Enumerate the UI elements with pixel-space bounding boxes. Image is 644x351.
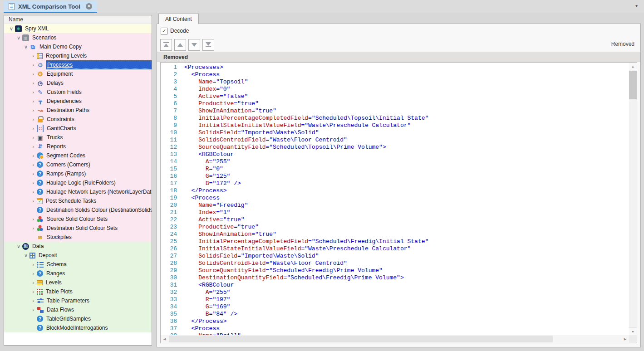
expander-collapsed-icon[interactable]: › xyxy=(29,269,37,278)
tree-row[interactable]: ∨Main Demo Copy xyxy=(4,42,152,51)
expander-collapsed-icon[interactable]: › xyxy=(29,133,37,142)
expander-collapsed-icon[interactable]: › xyxy=(29,142,37,151)
close-icon[interactable]: ✕ xyxy=(86,3,92,10)
expander-collapsed-icon[interactable]: › xyxy=(29,69,37,78)
tree-row[interactable]: Stockpiles xyxy=(4,233,152,242)
code-line: 29 SourceQuantityField="Scheduled\Freedi… xyxy=(161,267,629,274)
expander-expanded-icon[interactable]: ∨ xyxy=(22,42,29,51)
code-line: 10 SolidsField="Imported\Waste\Solid" xyxy=(161,129,629,136)
line-number: 2 xyxy=(161,71,184,78)
line-number: 21 xyxy=(161,209,184,216)
scroll-up-icon[interactable]: ▲ xyxy=(629,63,637,70)
tree-row[interactable]: ›Haulage Logic (RuleFolders) xyxy=(4,178,152,187)
tree-row-label: Post Schedule Tasks xyxy=(45,198,96,204)
tree-row[interactable]: BlockModelInterrogations xyxy=(4,323,152,332)
tree-row[interactable]: ›Constraints xyxy=(4,115,152,124)
expander-collapsed-icon[interactable]: › xyxy=(29,106,37,115)
tree-row[interactable]: ›Trucks xyxy=(4,133,152,142)
tree-row[interactable]: ›Dependencies xyxy=(4,97,152,106)
previous-difference-button[interactable] xyxy=(174,39,186,51)
expander-collapsed-icon[interactable]: › xyxy=(29,214,37,224)
expander-collapsed-icon[interactable]: › xyxy=(29,124,37,133)
tree-row[interactable]: ∨Data xyxy=(4,242,152,251)
document-tab[interactable]: XML Comparison Tool ✕ xyxy=(4,1,97,13)
line-number: 31 xyxy=(161,282,184,289)
expander-expanded-icon[interactable]: ∨ xyxy=(15,33,22,42)
document-tab-title: XML Comparison Tool xyxy=(18,3,80,10)
tree-row[interactable]: ›Haulage Network Layers (NetworkLayerDat… xyxy=(4,187,152,196)
tree-row[interactable]: ›Table Plots xyxy=(4,287,152,296)
expander-collapsed-icon[interactable]: › xyxy=(29,97,37,106)
line-number: 35 xyxy=(161,311,184,318)
scenarios-icon xyxy=(22,34,29,41)
scroll-right-icon[interactable]: ▶ xyxy=(621,335,629,343)
tree-row[interactable]: ›Ranges xyxy=(4,269,152,278)
xml-markup: ="Scheduled\Freedig\Prime Volume" xyxy=(265,267,382,274)
scroll-left-icon[interactable]: ◀ xyxy=(161,335,168,343)
tree-row-label: Equipment xyxy=(46,71,73,77)
decode-checkbox[interactable]: ✓ xyxy=(161,28,167,34)
tree-row[interactable]: ›Post Schedule Tasks xyxy=(4,196,152,205)
tree-row[interactable]: ∨Spry XML xyxy=(4,24,152,33)
expander-collapsed-icon[interactable]: › xyxy=(29,151,37,160)
question-icon xyxy=(37,180,43,186)
expander-collapsed-icon[interactable]: › xyxy=(29,296,37,305)
scroll-down-icon[interactable]: ▼ xyxy=(629,327,637,335)
next-difference-button[interactable] xyxy=(188,39,200,51)
expander-collapsed-icon[interactable]: › xyxy=(29,178,37,187)
expander-collapsed-icon[interactable]: › xyxy=(29,305,37,314)
chevron-down-icon[interactable]: ▾ xyxy=(635,3,638,8)
code-line: 1<Processes> xyxy=(161,64,629,71)
tree-row[interactable]: ›Custom Fields xyxy=(4,88,152,97)
expander-collapsed-icon[interactable]: › xyxy=(29,196,37,205)
code-line: 14 A="255" xyxy=(161,158,629,166)
vertical-scrollbar[interactable]: ▲ ▼ xyxy=(629,63,637,335)
line-number: 14 xyxy=(161,158,184,166)
tree-row[interactable]: ›Corners (Corners) xyxy=(4,160,152,169)
tree-row[interactable]: ›Reporting Levels xyxy=(4,51,152,60)
horizontal-scrollbar[interactable]: ◀ ▶ xyxy=(161,335,629,343)
tree-row[interactable]: ›Destination Solid Colour Sets xyxy=(4,224,152,233)
expander-collapsed-icon[interactable]: › xyxy=(29,51,37,60)
horizontal-scrollbar-thumb[interactable] xyxy=(169,336,553,342)
tree-row[interactable]: ›Equipment xyxy=(4,69,152,78)
expander-collapsed-icon[interactable]: › xyxy=(29,60,37,69)
tree-row-label: Haulage Logic (RuleFolders) xyxy=(46,180,116,186)
tree-column-header[interactable]: Name xyxy=(4,15,152,24)
go-to-last-button[interactable] xyxy=(202,39,214,51)
line-number: 26 xyxy=(161,245,184,253)
tree-row[interactable]: ›Schema xyxy=(4,260,152,269)
go-to-first-button[interactable] xyxy=(160,39,172,51)
expander-collapsed-icon[interactable]: › xyxy=(29,260,37,269)
expander-collapsed-icon[interactable]: › xyxy=(29,278,37,287)
tree-row[interactable]: ›Table Parameters xyxy=(4,296,152,305)
tree-row[interactable]: TableGridSamples xyxy=(4,314,152,323)
expander-collapsed-icon[interactable]: › xyxy=(29,287,37,296)
expander-collapsed-icon[interactable]: › xyxy=(29,78,37,88)
tree-row[interactable]: ›Processes xyxy=(4,60,152,69)
tree-row[interactable]: ›Ramps (Ramps) xyxy=(4,169,152,178)
tree-row[interactable]: ›Destination Paths xyxy=(4,106,152,115)
expander-expanded-icon[interactable]: ∨ xyxy=(15,242,22,251)
tree-row[interactable]: ›Data Flows xyxy=(4,305,152,314)
expander-collapsed-icon[interactable]: › xyxy=(29,187,37,196)
tree-row[interactable]: ›GanttCharts xyxy=(4,124,152,133)
tree-row[interactable]: ›Delays xyxy=(4,78,152,88)
expander-expanded-icon[interactable]: ∨ xyxy=(22,251,29,260)
expander-collapsed-icon[interactable]: › xyxy=(29,88,37,97)
expander-collapsed-icon[interactable]: › xyxy=(29,169,37,178)
tree-row-label: Data Flows xyxy=(46,307,74,313)
tab-all-content[interactable]: All Content xyxy=(158,14,199,24)
vertical-scrollbar-thumb[interactable] xyxy=(629,71,637,99)
tree-row[interactable]: ∨Deposit xyxy=(4,251,152,260)
expander-collapsed-icon[interactable]: › xyxy=(29,115,37,124)
tree-row[interactable]: ›Source Solid Colour Sets xyxy=(4,214,152,224)
tree-row[interactable]: Destination Solids Colour (DestinationSo… xyxy=(4,205,152,214)
expander-collapsed-icon[interactable]: › xyxy=(29,160,37,169)
tree-row[interactable]: ›Levels xyxy=(4,278,152,287)
expander-expanded-icon[interactable]: ∨ xyxy=(8,24,15,33)
tree-row[interactable]: ∨Scenarios xyxy=(4,33,152,42)
expander-collapsed-icon[interactable]: › xyxy=(29,224,37,233)
tree-row[interactable]: ›Reports xyxy=(4,142,152,151)
tree-row[interactable]: ›Segment Codes xyxy=(4,151,152,160)
